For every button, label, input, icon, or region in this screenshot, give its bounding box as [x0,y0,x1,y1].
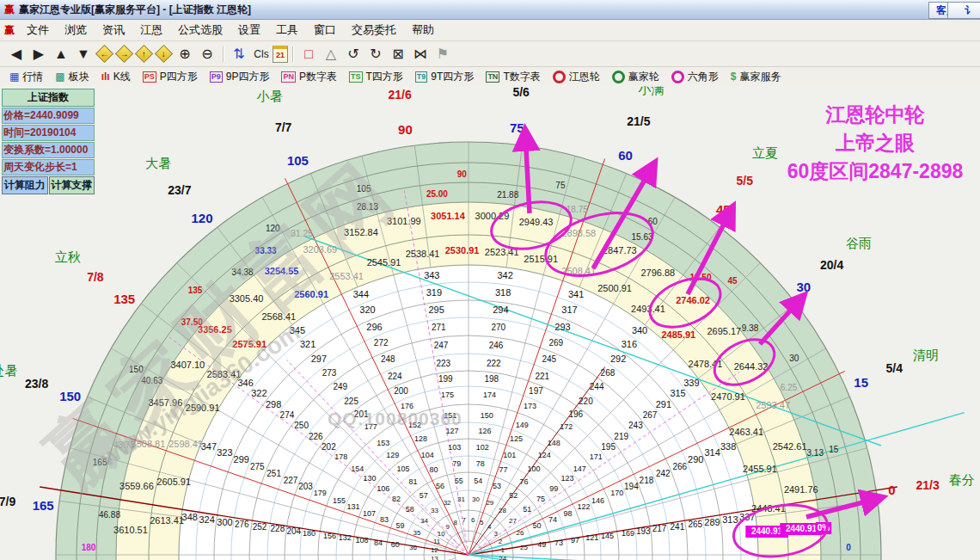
menu-item-设置[interactable]: 设置 [230,21,268,40]
svg-text:34: 34 [420,517,428,525]
ribbon-item-板块[interactable]: ▩板块 [49,69,95,85]
rotate-cw-icon[interactable]: ↻ [365,45,386,64]
menu-item-文件[interactable]: 文件 [19,21,57,40]
svg-text:221: 221 [535,372,549,381]
app-logo-icon: 赢 [4,3,15,17]
ribbon-item-T四方形[interactable]: TST四方形 [343,69,409,85]
menu-item-窗口[interactable]: 窗口 [306,21,344,40]
ribbon-item-9T四方形[interactable]: T99T四方形 [409,69,481,85]
menu-item-公式选股[interactable]: 公式选股 [170,21,230,40]
menu-item-工具[interactable]: 工具 [268,21,306,40]
calendar-icon[interactable]: 21 [273,46,288,63]
back-icon[interactable]: ◀ [6,45,27,64]
svg-text:318: 318 [495,287,511,298]
ribbon-item-行情[interactable]: ▦行情 [3,69,49,85]
svg-text:266: 266 [672,462,687,471]
svg-text:323: 323 [217,447,232,458]
pan-right-icon[interactable]: → [115,45,133,63]
menu-item-交易委托[interactable]: 交易委托 [344,21,404,40]
svg-text:147: 147 [573,465,586,473]
ribbon-item-P四方形[interactable]: PSP四方形 [137,69,204,85]
svg-text:3254.55: 3254.55 [265,266,299,276]
pointer-up-icon[interactable]: ▲ [51,45,71,64]
ribbon-item-9P四方形[interactable]: P99P四方形 [204,69,276,85]
svg-text:313: 313 [722,514,738,525]
gann-wheel-chart-area[interactable]: 1234567891011121324252627282930313233343… [0,86,980,560]
zoom-in-icon[interactable]: ⊕ [175,45,195,64]
rotate-ccw-icon[interactable]: ↺ [343,45,364,64]
menu-item-资讯[interactable]: 资讯 [95,21,132,40]
svg-text:立秋: 立秋 [55,249,81,264]
cls-button[interactable]: Cls [251,45,272,64]
svg-text:5/5: 5/5 [736,174,753,188]
calc-resistance-button[interactable]: 计算阻力 [2,176,48,194]
svg-text:170: 170 [610,489,623,497]
ribbon-item-赢家轮[interactable]: 赢家轮 [606,69,665,85]
svg-text:2500.91: 2500.91 [597,283,632,293]
svg-text:31: 31 [457,495,465,503]
pan-left-icon[interactable]: ← [95,45,113,63]
ribbon-item-P数字表[interactable]: PNP数字表 [275,69,343,85]
svg-text:37.50: 37.50 [181,317,203,327]
window-title: 赢家江恩专业版[赢家服务平台] - [上证指数 江恩轮] [19,3,251,17]
calc-support-button[interactable]: 计算支撑 [49,176,95,194]
svg-text:77: 77 [499,465,508,474]
ribbon-label: 板块 [69,70,89,84]
svg-text:3356.25: 3356.25 [198,324,232,335]
svg-text:274: 274 [280,410,295,420]
svg-text:107: 107 [363,509,376,518]
svg-text:25: 25 [520,544,528,551]
svg-text:123: 123 [561,474,574,483]
menu-item-浏览[interactable]: 浏览 [57,21,95,40]
svg-text:3: 3 [494,530,499,538]
ribbon-item-K线[interactable]: ılıK线 [95,69,137,85]
updown-axis-icon[interactable]: ⇅ [229,45,249,64]
ribbon-label: P四方形 [160,70,198,84]
svg-text:180: 180 [303,529,315,538]
zoom-out-icon[interactable]: ⊖ [197,45,217,64]
triangle-tool-icon[interactable]: △ [321,45,341,64]
svg-text:2545.91: 2545.91 [367,257,401,268]
svg-text:30: 30 [472,495,480,503]
svg-text:273: 273 [322,368,337,378]
bowtie-tool-icon[interactable]: ⋈ [410,45,431,64]
pan-up-icon[interactable]: ↑ [135,45,153,63]
svg-text:5/4: 5/4 [885,361,903,375]
svg-text:51: 51 [523,505,531,514]
p-number-table-icon: PN [281,71,296,83]
ribbon-item-六角形[interactable]: 六角形 [665,69,725,85]
svg-text:197: 197 [529,386,543,396]
svg-text:60: 60 [391,540,400,549]
svg-text:25.00: 25.00 [426,189,448,199]
pointer-down-icon[interactable]: ▼ [73,45,94,64]
forward-icon[interactable]: ▶ [28,45,49,64]
svg-text:2485.91: 2485.91 [661,329,695,340]
separator [223,46,224,62]
ribbon-item-赢家服务[interactable]: $赢家服务 [725,69,787,85]
svg-text:2440.91: 2440.91 [786,524,818,533]
svg-text:340: 340 [632,325,647,335]
ribbon-item-江恩轮[interactable]: 江恩轮 [547,69,606,85]
svg-text:196: 196 [568,409,583,419]
svg-text:177: 177 [364,422,377,431]
svg-text:272: 272 [374,338,389,348]
svg-text:2: 2 [499,538,503,545]
flag-tool-icon[interactable]: ⚑ [432,45,453,64]
svg-text:12: 12 [431,546,438,554]
svg-text:53: 53 [493,482,501,490]
svg-text:5/6: 5/6 [512,86,530,99]
svg-text:2542.61: 2542.61 [773,441,807,452]
ribbon-item-T数字表[interactable]: TNT数字表 [480,69,546,85]
partial-button[interactable]: 讠 [947,2,980,19]
menu-item-江恩[interactable]: 江恩 [132,21,170,40]
title-bar: 赢 赢家江恩专业版[赢家服务平台] - [上证指数 江恩轮] 客服 讠 [0,0,980,20]
menu-item-帮助[interactable]: 帮助 [404,21,442,40]
crossbox-tool-icon[interactable]: ⊠ [388,45,408,64]
chart-type-ribbon: ▦行情▩板块ılıK线PSP四方形P99P四方形PNP数字表TST四方形T99T… [0,67,980,87]
ribbon-label: K线 [113,70,131,84]
svg-text:2530.91: 2530.91 [445,245,480,255]
pan-down-icon[interactable]: ↓ [155,45,173,63]
svg-text:175: 175 [441,391,454,399]
rectangle-tool-icon[interactable]: □ [298,45,319,64]
svg-text:小暑: 小暑 [256,89,283,103]
